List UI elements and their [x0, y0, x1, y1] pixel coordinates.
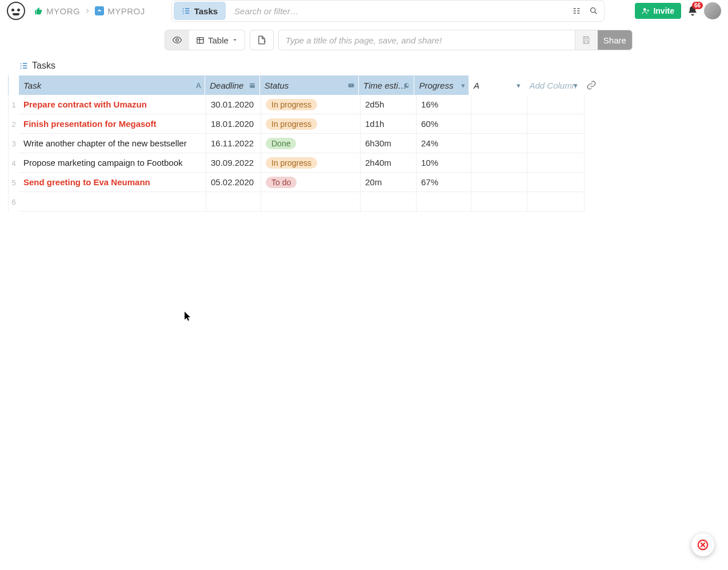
cell-time[interactable]: 2d5h — [361, 95, 417, 114]
cell-add[interactable] — [527, 173, 585, 192]
caret-down-icon: ▾ — [517, 81, 521, 90]
cell-progress[interactable]: 67% — [417, 173, 471, 192]
visibility-button[interactable] — [165, 30, 189, 50]
cell-deadline[interactable]: 16.11.2022 — [206, 134, 261, 153]
column-header-progress[interactable]: Progress ▾ — [414, 75, 469, 95]
row-number: 2 — [9, 114, 19, 134]
table-row[interactable]: 3Write another chapter of the new bestse… — [8, 134, 599, 153]
search-icon[interactable] — [588, 5, 599, 17]
tab-tasks[interactable]: Tasks — [174, 2, 226, 20]
table-row[interactable]: 5Send greeting to Eva Neumann05.02.2020T… — [8, 173, 599, 192]
cell-a[interactable] — [471, 173, 527, 192]
chevron-right-icon — [83, 7, 91, 15]
row-number: 6 — [9, 192, 19, 212]
avatar[interactable] — [704, 2, 721, 19]
cell-progress[interactable]: 60% — [417, 114, 471, 134]
list-icon — [19, 61, 29, 70]
cell-task[interactable]: Send greeting to Eva Neumann — [19, 173, 206, 192]
cell-progress[interactable]: 16% — [417, 95, 471, 114]
cell-deadline[interactable]: 05.02.2020 — [206, 173, 261, 192]
app-logo[interactable] — [7, 2, 25, 20]
layout-icon[interactable] — [571, 5, 582, 17]
date-type-icon — [249, 82, 256, 89]
breadcrumb: MYORG MYPROJ — [34, 6, 145, 16]
notifications-button[interactable]: 66 — [687, 5, 698, 17]
cell-time[interactable]: 2h40m — [361, 153, 417, 173]
view-label: Table — [208, 35, 229, 45]
cell-status[interactable]: In progress — [261, 114, 361, 134]
user-plus-icon — [642, 7, 650, 15]
column-header-status[interactable]: Status — [260, 75, 359, 95]
cell-status[interactable]: In progress — [261, 95, 361, 114]
column-header-task[interactable]: Task A — [19, 75, 205, 95]
cell-time[interactable]: 6h30m — [361, 134, 417, 153]
link-column-button[interactable] — [582, 75, 599, 95]
cell-status[interactable]: In progress — [261, 153, 361, 173]
invite-label: Invite — [653, 6, 674, 15]
invite-button[interactable]: Invite — [635, 3, 681, 19]
share-button[interactable]: Share — [598, 30, 632, 50]
cell-status[interactable]: Done — [261, 134, 361, 153]
cell-deadline[interactable]: 18.01.2020 — [206, 114, 261, 134]
tasks-table: Task A Deadline Status Time esti… Progre… — [8, 75, 599, 212]
svg-point-1 — [643, 8, 646, 11]
table-row-empty[interactable]: 6 — [8, 192, 599, 212]
svg-rect-3 — [197, 37, 203, 43]
cell-task[interactable]: Propose marketing campaign to Footbook — [19, 153, 206, 173]
caret-down-icon: ▾ — [461, 81, 465, 90]
cell-add[interactable] — [527, 134, 585, 153]
link-icon — [586, 80, 597, 90]
project-icon — [95, 6, 104, 15]
caret-down-icon: ▾ — [574, 81, 578, 90]
cell-add[interactable] — [527, 95, 585, 114]
cell-time[interactable]: 20m — [361, 173, 417, 192]
add-column-button[interactable]: Add Column ▾ — [525, 75, 582, 95]
row-number: 5 — [9, 173, 19, 192]
cell-progress[interactable]: 24% — [417, 134, 471, 153]
cursor-icon — [185, 312, 191, 322]
caret-down-icon — [232, 37, 238, 43]
cell-task[interactable]: Finish presentation for Megasoft — [19, 114, 206, 134]
breadcrumb-org[interactable]: MYORG — [46, 6, 80, 16]
column-header-a[interactable]: A ▾ — [469, 75, 525, 95]
search-input[interactable] — [227, 6, 566, 16]
list-icon — [182, 6, 191, 15]
cell-add[interactable] — [527, 114, 585, 134]
cell-status[interactable]: To do — [261, 173, 361, 192]
duration-type-icon — [403, 82, 410, 89]
cell-task[interactable]: Prepare contract with Umazun — [19, 95, 206, 114]
row-number: 3 — [9, 134, 19, 153]
svg-point-2 — [176, 39, 179, 42]
table-row[interactable]: 2Finish presentation for Megasoft18.01.2… — [8, 114, 599, 134]
cell-task[interactable]: Write another chapter of the new bestsel… — [19, 134, 206, 153]
column-header-time[interactable]: Time esti… — [359, 75, 415, 95]
select-type-icon — [347, 82, 355, 89]
svg-point-0 — [590, 8, 595, 13]
breadcrumb-project[interactable]: MYPROJ — [107, 6, 145, 16]
cell-a[interactable] — [471, 153, 527, 173]
table-icon — [196, 36, 205, 45]
cell-a[interactable] — [471, 134, 527, 153]
cell-a[interactable] — [471, 114, 527, 134]
cell-progress[interactable]: 10% — [417, 153, 471, 173]
row-number: 1 — [9, 95, 19, 114]
column-header-deadline[interactable]: Deadline — [205, 75, 260, 95]
new-page-button[interactable] — [250, 30, 274, 50]
text-type-icon: A — [196, 81, 201, 90]
notification-count: 66 — [692, 2, 703, 9]
thumbs-up-icon — [34, 7, 43, 15]
cell-add[interactable] — [527, 153, 585, 173]
help-button[interactable] — [691, 533, 714, 556]
view-selector[interactable]: Table — [189, 35, 245, 45]
table-row[interactable]: 1Prepare contract with Umazun30.01.2020I… — [8, 95, 599, 114]
page-title: Tasks — [32, 61, 55, 71]
cell-time[interactable]: 1d1h — [361, 114, 417, 134]
row-number: 4 — [9, 153, 19, 173]
svg-rect-4 — [250, 83, 255, 87]
cell-a[interactable] — [471, 95, 527, 114]
cell-deadline[interactable]: 30.01.2020 — [206, 95, 261, 114]
table-row[interactable]: 4Propose marketing campaign to Footbook3… — [8, 153, 599, 173]
page-title-input[interactable] — [279, 35, 575, 45]
save-view-button[interactable] — [575, 30, 598, 50]
cell-deadline[interactable]: 30.09.2022 — [206, 153, 261, 173]
